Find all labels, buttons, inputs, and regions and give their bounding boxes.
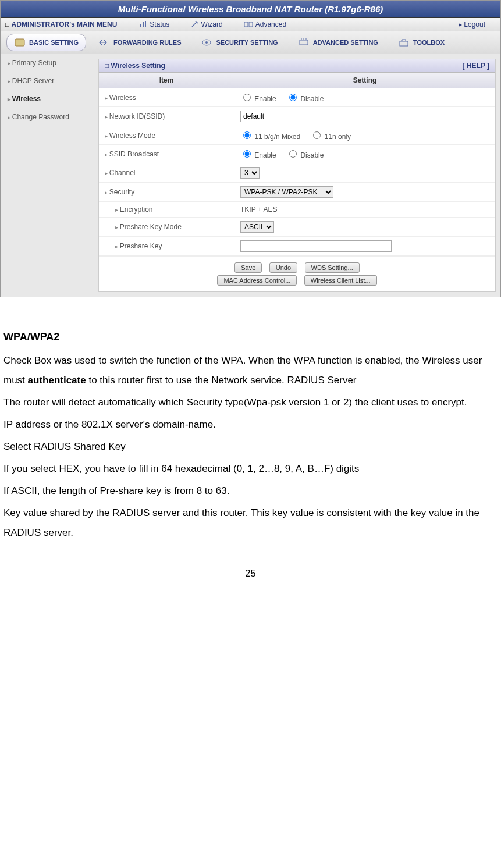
- main-menu: □ ADMINISTRATOR's MAIN MENU Status Wizar…: [1, 18, 500, 31]
- col-item: Item: [99, 73, 234, 88]
- wizard-icon: [190, 20, 198, 29]
- router-title: Multi-Functional Wireless Broadband NAT …: [1, 1, 500, 18]
- page-number: 25: [0, 557, 501, 590]
- main-menu-label: ADMINISTRATOR's MAIN MENU: [12, 20, 118, 29]
- sidebar: Primary Setup DHCP Server Wireless Chang…: [1, 54, 94, 297]
- save-button[interactable]: Save: [234, 262, 262, 273]
- row-preshare-mode-label: Preshare Key Mode: [99, 218, 234, 237]
- svg-rect-8: [300, 40, 308, 45]
- sidebar-wireless[interactable]: Wireless: [1, 90, 94, 108]
- undo-button[interactable]: Undo: [269, 262, 297, 273]
- row-encryption-label: Encryption: [99, 202, 234, 218]
- row-preshare-key-label: Preshare Key: [99, 237, 234, 256]
- row-broadcast-label: SSID Broadcast: [99, 145, 234, 163]
- doc-heading-wpa: WPA/WPA2: [3, 326, 498, 347]
- mode-mixed[interactable]: 11 b/g/n Mixed: [240, 133, 300, 141]
- logout-arrow-icon: ▸: [459, 20, 464, 29]
- menu-advanced[interactable]: Advanced: [244, 20, 286, 29]
- security-select[interactable]: WPA-PSK / WPA2-PSK: [240, 186, 333, 198]
- sidebar-dhcp-server[interactable]: DHCP Server: [1, 72, 94, 90]
- advanced-setting-icon: [298, 38, 310, 47]
- doc-p2: The router will detect automatically whi…: [3, 393, 498, 412]
- submenu-basic-setting[interactable]: BASIC SETTING: [6, 34, 86, 51]
- svg-rect-0: [140, 24, 141, 27]
- main-content: Wireless Setting [ HELP ] Item Setting W…: [98, 59, 496, 292]
- menu-logout[interactable]: ▸ Logout: [459, 20, 485, 29]
- svg-rect-2: [145, 21, 146, 27]
- sub-menu: BASIC SETTING FORWARDING RULES SECURITY …: [1, 31, 500, 54]
- router-admin-panel: Multi-Functional Wireless Broadband NAT …: [0, 0, 501, 297]
- submenu-security-setting[interactable]: SECURITY SETTING: [193, 34, 285, 51]
- mac-control-button[interactable]: MAC Address Control...: [217, 275, 297, 286]
- svg-rect-4: [249, 22, 253, 27]
- row-mode-value: 11 b/g/n Mixed 11n only: [234, 126, 496, 145]
- document-text: WPA/WPA2 Check Box was used to switch th…: [0, 297, 501, 557]
- row-security-label: Security: [99, 183, 234, 202]
- ssid-input[interactable]: [240, 111, 339, 122]
- doc-p7: Key value shared by the RADIUS server an…: [3, 503, 498, 543]
- security-icon: [201, 38, 212, 47]
- help-link[interactable]: [ HELP ]: [463, 62, 489, 70]
- client-list-button[interactable]: Wireless Client List...: [304, 275, 377, 286]
- wireless-enable[interactable]: Enable: [240, 95, 276, 103]
- toolbox-icon: [398, 38, 410, 47]
- panel-header: Wireless Setting [ HELP ]: [99, 59, 495, 73]
- doc-p1: Check Box was used to switch the functio…: [3, 351, 498, 390]
- row-wireless-label: Wireless: [99, 88, 234, 107]
- row-encryption-value: TKIP + AES: [234, 202, 496, 218]
- row-broadcast-value: Enable Disable: [234, 145, 496, 163]
- doc-p5: If you select HEX, you have to fill in 6…: [3, 459, 498, 479]
- wds-setting-button[interactable]: WDS Setting...: [305, 262, 360, 273]
- svg-rect-3: [244, 22, 248, 27]
- submenu-advanced-setting[interactable]: ADVANCED SETTING: [290, 34, 386, 51]
- settings-table: Item Setting Wireless Enable Disable Net…: [99, 73, 495, 256]
- doc-p4: Select RADIUS Shared Key: [3, 437, 498, 457]
- doc-p3: IP address or the 802.1X server's domain…: [3, 415, 498, 435]
- menu-box-icon: □: [5, 20, 12, 29]
- svg-rect-9: [400, 41, 408, 46]
- content-area: Primary Setup DHCP Server Wireless Chang…: [1, 54, 500, 297]
- broadcast-enable[interactable]: Enable: [240, 151, 276, 159]
- sidebar-change-password[interactable]: Change Password: [1, 108, 94, 126]
- doc-p6: If ASCII, the length of Pre-share key is…: [3, 481, 498, 501]
- mode-11n[interactable]: 11n only: [310, 133, 351, 141]
- advanced-icon: [244, 20, 253, 29]
- row-wireless-value: Enable Disable: [234, 88, 496, 107]
- sidebar-primary-setup[interactable]: Primary Setup: [1, 54, 94, 72]
- button-row: Save Undo WDS Setting... MAC Address Con…: [99, 256, 495, 291]
- menu-wizard[interactable]: Wizard: [190, 20, 222, 29]
- svg-point-7: [205, 41, 208, 44]
- svg-rect-1: [143, 22, 144, 27]
- col-setting: Setting: [234, 73, 496, 88]
- preshare-key-input[interactable]: [240, 240, 392, 252]
- panel-title: Wireless Setting: [105, 62, 165, 70]
- svg-rect-5: [15, 39, 24, 46]
- preshare-mode-select[interactable]: ASCII: [240, 221, 274, 233]
- forwarding-icon: [98, 38, 110, 47]
- menu-status[interactable]: Status: [139, 20, 169, 29]
- row-ssid-label: Network ID(SSID): [99, 107, 234, 126]
- submenu-toolbox[interactable]: TOOLBOX: [390, 34, 452, 51]
- basic-icon: [14, 38, 26, 47]
- submenu-forwarding-rules[interactable]: FORWARDING RULES: [91, 34, 189, 51]
- row-channel-label: Channel: [99, 163, 234, 183]
- wireless-disable[interactable]: Disable: [286, 95, 324, 103]
- channel-select[interactable]: 3: [240, 167, 260, 179]
- broadcast-disable[interactable]: Disable: [286, 151, 324, 159]
- row-mode-label: Wireless Mode: [99, 126, 234, 145]
- status-icon: [139, 20, 147, 29]
